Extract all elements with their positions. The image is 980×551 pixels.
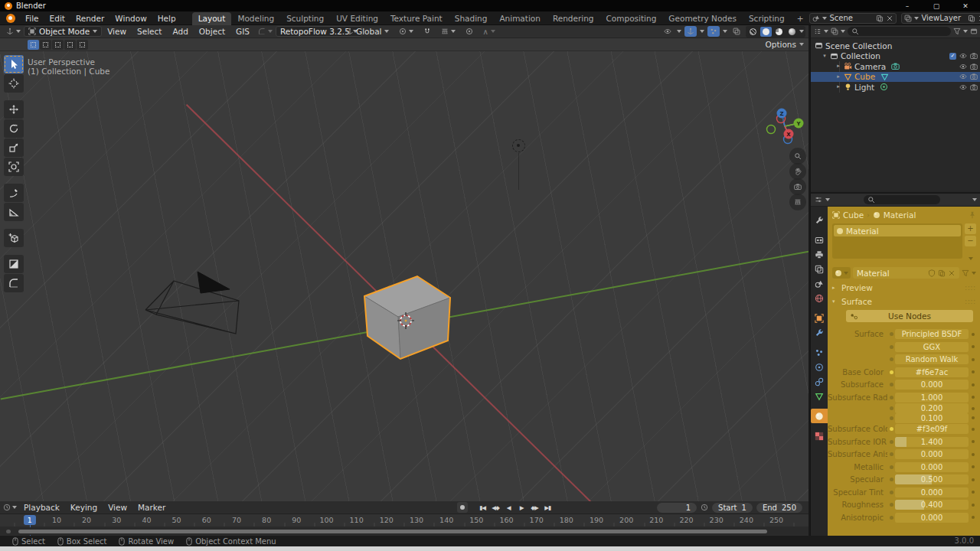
light-object[interactable]	[512, 139, 525, 152]
timeline-menu-item[interactable]: Keying	[65, 501, 103, 514]
add-slot-button[interactable]: +	[965, 223, 976, 234]
outliner-item-label[interactable]: Collection	[841, 51, 880, 60]
stopwatch-icon[interactable]	[701, 504, 708, 511]
hide-in-viewport-icon[interactable]	[959, 52, 967, 60]
property-field[interactable]: #f6e7ac	[895, 367, 969, 377]
workspace-tab[interactable]: Animation	[493, 12, 547, 25]
new-collection-icon[interactable]	[970, 28, 978, 35]
animate-dot-icon[interactable]	[969, 428, 978, 431]
animate-dot-icon[interactable]	[969, 491, 978, 494]
property-field[interactable]: 0.200	[895, 403, 969, 413]
constraints[interactable]	[811, 374, 828, 389]
xray-toggle[interactable]	[730, 26, 743, 37]
mode-dropdown[interactable]: Object Mode	[24, 26, 102, 37]
new-scene-icon[interactable]	[876, 15, 884, 22]
select-mode-intersect-button[interactable]	[77, 40, 88, 50]
new-view-layer-icon[interactable]	[968, 15, 975, 22]
workspace-tab[interactable]: Compositing	[600, 12, 663, 25]
show-overlays-toggle[interactable]	[707, 26, 720, 37]
camera-view-button[interactable]	[789, 178, 806, 195]
outliner-item-label[interactable]: Light	[854, 83, 874, 92]
scale-tool[interactable]	[4, 139, 24, 157]
rendered-shading-button[interactable]	[786, 27, 798, 37]
viewport-menu-item[interactable]: View	[102, 25, 132, 37]
play[interactable]: ▶	[515, 502, 528, 513]
auto-keying-button[interactable]	[457, 502, 468, 513]
animate-dot-icon[interactable]	[969, 440, 978, 443]
menu-item[interactable]: Window	[109, 12, 152, 24]
outliner-search-input[interactable]	[848, 27, 951, 36]
decorator-dot-icon[interactable]	[887, 427, 895, 431]
workspace-tab[interactable]: Rendering	[547, 12, 600, 25]
scroll-dot[interactable]	[6, 530, 11, 533]
decorator-dot-icon[interactable]	[887, 416, 895, 420]
add-cube-tool[interactable]	[4, 229, 24, 247]
animate-dot-icon[interactable]	[969, 370, 978, 373]
start-frame-field[interactable]: Start 1	[712, 503, 753, 513]
addon-tool-1[interactable]	[4, 255, 24, 273]
material-name-field[interactable]: Material	[853, 267, 959, 279]
measure-tool[interactable]	[4, 203, 24, 221]
proportional-editing-toggle[interactable]	[462, 27, 476, 36]
expand-arrow[interactable]: ▾	[822, 51, 828, 61]
scene[interactable]	[811, 276, 828, 291]
browse-material-button[interactable]	[832, 267, 851, 279]
options-dropdown[interactable]: Options	[765, 40, 804, 49]
remove-slot-button[interactable]: −	[965, 236, 976, 246]
properties-search-input[interactable]	[864, 195, 940, 204]
expand-arrow[interactable]: ▸	[835, 82, 841, 92]
material[interactable]	[811, 409, 828, 423]
snap-toggle[interactable]	[420, 27, 434, 36]
viewport-3d[interactable]: User Perspective (1) Collection | Cube	[0, 51, 810, 501]
tool[interactable]	[811, 213, 828, 227]
surface-section-header[interactable]: ▾ Surface ::::	[828, 294, 980, 308]
view-layer[interactable]	[811, 262, 828, 276]
display-mode-icon[interactable]	[831, 28, 838, 35]
outliner-item-label[interactable]: Cube	[854, 72, 875, 81]
object-data[interactable]	[811, 389, 828, 403]
scene-collection[interactable]: Scene Collection ✓	[811, 41, 980, 51]
falloff-dropdown[interactable]: ∧	[480, 27, 498, 37]
animate-dot-icon[interactable]	[969, 478, 978, 481]
decorator-dot-icon[interactable]	[887, 452, 895, 456]
collection-checkbox[interactable]: ✓	[949, 53, 956, 60]
expand-arrow[interactable]: ▸	[835, 61, 841, 71]
wireframe-shading-button[interactable]	[747, 27, 759, 37]
property-field[interactable]: 0.500	[895, 474, 969, 484]
outliner-editor-icon[interactable]	[814, 28, 822, 35]
transform-tool[interactable]	[4, 158, 24, 176]
animate-dot-icon[interactable]	[969, 358, 978, 361]
play-reverse[interactable]: ◀	[502, 502, 514, 513]
property-field[interactable]: 0.000	[895, 380, 969, 390]
modifiers[interactable]	[811, 325, 828, 340]
collection[interactable]: ▾ Collection ✓	[811, 51, 980, 62]
viewport-menu-item[interactable]: Object	[194, 25, 230, 37]
viewport-menu-item[interactable]: Add	[167, 25, 193, 37]
preview-section-header[interactable]: ▸ Preview ::::	[828, 280, 980, 294]
decorator-dot-icon[interactable]	[887, 357, 895, 361]
property-field[interactable]: 0.000	[895, 462, 969, 472]
decorator-dot-icon[interactable]	[887, 503, 895, 507]
material-preview-shading-button[interactable]	[773, 27, 785, 37]
view-layer-selector[interactable]: ViewLayer	[901, 13, 980, 24]
fake-user-shield-icon[interactable]	[928, 269, 936, 277]
hide-in-viewport-icon[interactable]	[959, 63, 967, 70]
timeline-ruler[interactable]: 1020304050607080901001101201301401501601…	[0, 514, 810, 527]
minimize-button[interactable]: –	[893, 0, 922, 11]
solid-shading-button[interactable]	[760, 27, 772, 37]
pin-icon[interactable]	[969, 211, 976, 219]
decorator-dot-icon[interactable]	[887, 406, 895, 410]
property-field[interactable]: 0.100	[895, 413, 969, 423]
disable-in-renders-icon[interactable]	[970, 83, 978, 91]
decorator-dot-icon[interactable]	[887, 383, 895, 386]
outliner-item-label[interactable]: Scene Collection	[825, 41, 892, 51]
world[interactable]	[811, 291, 828, 305]
viewport-menu-item[interactable]: Select	[132, 25, 167, 37]
object[interactable]	[811, 311, 828, 325]
animate-dot-icon[interactable]	[969, 333, 978, 336]
workspace-tab[interactable]: Modeling	[231, 12, 280, 25]
property-field[interactable]: GGX	[895, 342, 969, 352]
area-splitter[interactable]	[808, 25, 810, 536]
animate-dot-icon[interactable]	[969, 407, 978, 410]
navigation-gizmo[interactable]: Z Y X	[763, 106, 809, 152]
